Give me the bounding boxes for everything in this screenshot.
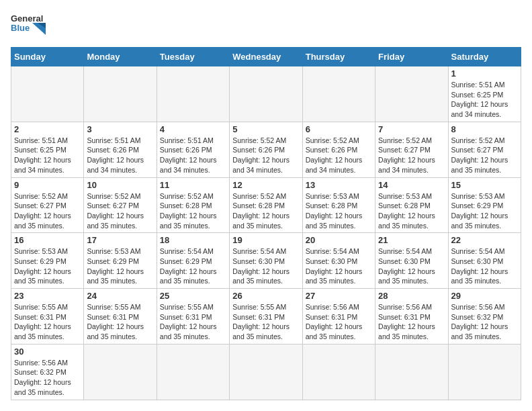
header-friday: Friday <box>375 48 448 66</box>
calendar-cell: 5Sunrise: 5:52 AMSunset: 6:26 PMDaylight… <box>230 122 302 177</box>
weekday-header-row: Sunday Monday Tuesday Wednesday Thursday… <box>11 48 521 66</box>
day-info: Sunrise: 5:52 AMSunset: 6:26 PMDaylight:… <box>232 136 299 175</box>
calendar-cell: 20Sunrise: 5:54 AMSunset: 6:30 PMDayligh… <box>302 233 375 289</box>
day-number: 2 <box>14 124 81 134</box>
day-info: Sunrise: 5:54 AMSunset: 6:30 PMDaylight:… <box>378 246 445 286</box>
day-info: Sunrise: 5:51 AMSunset: 6:26 PMDaylight:… <box>160 136 226 175</box>
calendar-cell: 17Sunrise: 5:53 AMSunset: 6:29 PMDayligh… <box>84 233 157 289</box>
logo: GeneralBlue <box>11 11 51 40</box>
day-number: 18 <box>160 235 226 245</box>
header-thursday: Thursday <box>302 48 375 66</box>
calendar-cell: 3Sunrise: 5:51 AMSunset: 6:26 PMDaylight… <box>84 122 157 177</box>
calendar-cell: 14Sunrise: 5:53 AMSunset: 6:28 PMDayligh… <box>375 177 448 233</box>
calendar-cell: 29Sunrise: 5:56 AMSunset: 6:32 PMDayligh… <box>448 289 521 345</box>
day-info: Sunrise: 5:54 AMSunset: 6:30 PMDaylight:… <box>306 246 372 286</box>
day-number: 10 <box>87 180 153 190</box>
calendar-cell: 2Sunrise: 5:51 AMSunset: 6:25 PMDaylight… <box>11 122 84 177</box>
day-info: Sunrise: 5:54 AMSunset: 6:30 PMDaylight:… <box>232 246 299 286</box>
day-number: 23 <box>14 291 81 301</box>
day-number: 21 <box>378 235 445 245</box>
calendar-cell: 15Sunrise: 5:53 AMSunset: 6:29 PMDayligh… <box>448 177 521 233</box>
day-info: Sunrise: 5:56 AMSunset: 6:31 PMDaylight:… <box>378 302 445 342</box>
day-info: Sunrise: 5:56 AMSunset: 6:31 PMDaylight:… <box>306 302 372 342</box>
header-wednesday: Wednesday <box>230 48 302 66</box>
calendar-cell: 28Sunrise: 5:56 AMSunset: 6:31 PMDayligh… <box>375 289 448 345</box>
calendar-cell <box>302 66 375 122</box>
calendar-cell: 8Sunrise: 5:52 AMSunset: 6:27 PMDaylight… <box>448 122 521 177</box>
day-info: Sunrise: 5:54 AMSunset: 6:30 PMDaylight:… <box>451 246 518 286</box>
calendar-cell: 25Sunrise: 5:55 AMSunset: 6:31 PMDayligh… <box>157 289 229 345</box>
calendar-cell <box>11 66 84 122</box>
day-number: 1 <box>451 68 518 79</box>
day-number: 19 <box>232 235 299 245</box>
day-number: 17 <box>87 235 153 245</box>
calendar-cell: 22Sunrise: 5:54 AMSunset: 6:30 PMDayligh… <box>448 233 521 289</box>
day-number: 3 <box>87 124 153 134</box>
day-info: Sunrise: 5:51 AMSunset: 6:25 PMDaylight:… <box>451 80 518 120</box>
day-number: 11 <box>160 180 226 190</box>
calendar-cell: 21Sunrise: 5:54 AMSunset: 6:30 PMDayligh… <box>375 233 448 289</box>
day-number: 20 <box>306 235 372 245</box>
day-number: 28 <box>378 291 445 301</box>
calendar-cell: 16Sunrise: 5:53 AMSunset: 6:29 PMDayligh… <box>11 233 84 289</box>
calendar-week-row: 16Sunrise: 5:53 AMSunset: 6:29 PMDayligh… <box>11 233 521 289</box>
calendar-cell: 19Sunrise: 5:54 AMSunset: 6:30 PMDayligh… <box>230 233 302 289</box>
day-info: Sunrise: 5:55 AMSunset: 6:31 PMDaylight:… <box>160 302 226 342</box>
calendar-cell: 4Sunrise: 5:51 AMSunset: 6:26 PMDaylight… <box>157 122 229 177</box>
day-info: Sunrise: 5:52 AMSunset: 6:27 PMDaylight:… <box>14 191 81 231</box>
day-number: 16 <box>14 235 81 245</box>
day-number: 30 <box>14 347 81 357</box>
day-info: Sunrise: 5:53 AMSunset: 6:29 PMDaylight:… <box>87 246 153 286</box>
calendar-cell: 10Sunrise: 5:52 AMSunset: 6:27 PMDayligh… <box>84 177 157 233</box>
day-number: 12 <box>232 180 299 190</box>
calendar-cell: 30Sunrise: 5:56 AMSunset: 6:32 PMDayligh… <box>11 344 84 400</box>
logo-icon: GeneralBlue <box>11 11 51 40</box>
day-number: 25 <box>160 291 226 301</box>
day-info: Sunrise: 5:53 AMSunset: 6:28 PMDaylight:… <box>306 191 372 231</box>
day-number: 13 <box>306 180 372 190</box>
calendar-cell: 1Sunrise: 5:51 AMSunset: 6:25 PMDaylight… <box>448 66 521 122</box>
calendar-cell <box>448 344 521 400</box>
day-number: 9 <box>14 180 81 190</box>
calendar-cell: 18Sunrise: 5:54 AMSunset: 6:29 PMDayligh… <box>157 233 229 289</box>
day-number: 5 <box>232 124 299 134</box>
day-number: 7 <box>378 124 445 134</box>
calendar-cell: 13Sunrise: 5:53 AMSunset: 6:28 PMDayligh… <box>302 177 375 233</box>
svg-text:Blue: Blue <box>11 23 30 33</box>
calendar-week-row: 2Sunrise: 5:51 AMSunset: 6:25 PMDaylight… <box>11 122 521 177</box>
calendar-cell: 12Sunrise: 5:52 AMSunset: 6:28 PMDayligh… <box>230 177 302 233</box>
svg-text:General: General <box>11 13 43 24</box>
day-number: 8 <box>451 124 518 134</box>
day-number: 4 <box>160 124 226 134</box>
calendar-cell <box>230 66 302 122</box>
header-sunday: Sunday <box>11 48 84 66</box>
calendar-cell <box>84 66 157 122</box>
calendar-week-row: 1Sunrise: 5:51 AMSunset: 6:25 PMDaylight… <box>11 66 521 122</box>
day-info: Sunrise: 5:55 AMSunset: 6:31 PMDaylight:… <box>87 302 153 342</box>
calendar-cell: 27Sunrise: 5:56 AMSunset: 6:31 PMDayligh… <box>302 289 375 345</box>
day-number: 6 <box>306 124 372 134</box>
calendar-cell <box>302 344 375 400</box>
day-number: 24 <box>87 291 153 301</box>
day-info: Sunrise: 5:55 AMSunset: 6:31 PMDaylight:… <box>14 302 81 342</box>
calendar-cell: 23Sunrise: 5:55 AMSunset: 6:31 PMDayligh… <box>11 289 84 345</box>
day-info: Sunrise: 5:52 AMSunset: 6:27 PMDaylight:… <box>451 136 518 175</box>
day-number: 14 <box>378 180 445 190</box>
calendar-table: Sunday Monday Tuesday Wednesday Thursday… <box>11 47 521 400</box>
day-number: 27 <box>306 291 372 301</box>
header-tuesday: Tuesday <box>157 48 229 66</box>
calendar-cell <box>230 344 302 400</box>
day-info: Sunrise: 5:54 AMSunset: 6:29 PMDaylight:… <box>160 246 226 286</box>
day-number: 22 <box>451 235 518 245</box>
day-info: Sunrise: 5:56 AMSunset: 6:32 PMDaylight:… <box>14 358 81 398</box>
calendar-cell: 6Sunrise: 5:52 AMSunset: 6:26 PMDaylight… <box>302 122 375 177</box>
day-info: Sunrise: 5:53 AMSunset: 6:29 PMDaylight:… <box>14 246 81 286</box>
header-monday: Monday <box>84 48 157 66</box>
day-info: Sunrise: 5:55 AMSunset: 6:31 PMDaylight:… <box>232 302 299 342</box>
calendar-cell: 26Sunrise: 5:55 AMSunset: 6:31 PMDayligh… <box>230 289 302 345</box>
page-header: GeneralBlue <box>11 11 521 40</box>
calendar-cell <box>375 344 448 400</box>
calendar-cell <box>157 66 229 122</box>
day-info: Sunrise: 5:52 AMSunset: 6:27 PMDaylight:… <box>378 136 445 175</box>
day-info: Sunrise: 5:56 AMSunset: 6:32 PMDaylight:… <box>451 302 518 342</box>
